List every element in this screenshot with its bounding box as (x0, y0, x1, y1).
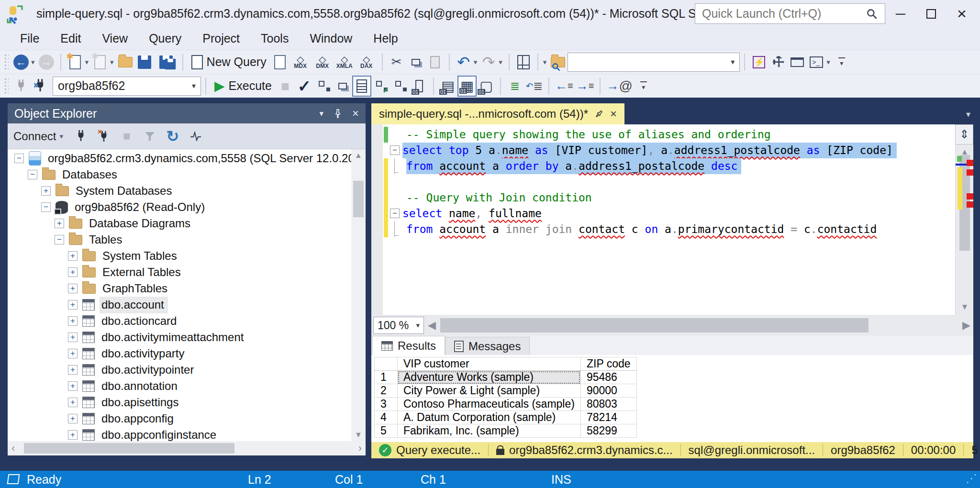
connect-dropdown[interactable]: ▾ (59, 132, 63, 141)
cancel-query-button[interactable]: ■ (276, 76, 295, 97)
command-window-button[interactable]: >_ (807, 52, 826, 73)
execute-button[interactable]: ▶ Execute (211, 76, 276, 97)
collapse-expander-icon[interactable]: − (41, 202, 51, 212)
oe-filter-button[interactable] (140, 126, 160, 146)
add-item-button[interactable]: ✱ (90, 52, 110, 73)
zip-code-cell[interactable]: 78214 (580, 411, 636, 424)
tree-item-dbo-appconfig[interactable]: +dbo.appconfig (8, 410, 351, 427)
expand-expander-icon[interactable]: + (68, 267, 78, 277)
mdx-query-button[interactable]: ◇MDX (290, 52, 312, 73)
zoom-level-combobox[interactable]: 100 % ▾ (373, 317, 424, 334)
zip-code-cell[interactable]: 90000 (580, 384, 636, 398)
expand-expander-icon[interactable]: + (68, 414, 78, 423)
oe-horizontal-scrollbar[interactable]: ‹ › (8, 441, 366, 455)
redo-button[interactable]: ↷ (479, 52, 498, 73)
zoom-combo-caret[interactable]: ▾ (416, 321, 420, 330)
row-number-cell[interactable]: 1 (375, 371, 398, 384)
menu-file[interactable]: File (10, 32, 50, 45)
client-statistics-button[interactable]: 01 (410, 76, 429, 97)
find-combobox[interactable]: ▾ (568, 53, 740, 72)
save-button[interactable] (135, 52, 154, 73)
expand-expander-icon[interactable]: + (68, 300, 78, 310)
specify-values-button[interactable]: →@ (605, 76, 634, 97)
uncomment-button[interactable]: ↶≣ (524, 76, 544, 97)
minimize-button[interactable]: ─ (885, 0, 916, 27)
tree-item-dbo-activitypointer[interactable]: +dbo.activitypointer (8, 362, 351, 378)
code-line-7[interactable]: from account a inner join contact c on a… (383, 222, 954, 237)
quick-launch-input[interactable]: Quick Launch (Ctrl+Q) (695, 3, 885, 24)
collapse-expander-icon[interactable]: − (14, 154, 24, 163)
collapse-toggle-icon[interactable]: − (390, 209, 400, 218)
oe-refresh-button[interactable]: ↻ (163, 126, 183, 146)
expand-expander-icon[interactable]: + (68, 398, 78, 407)
tab-messages[interactable]: Messages (445, 337, 530, 355)
row-number-header[interactable] (375, 357, 398, 371)
maximize-button[interactable] (916, 0, 947, 27)
oe-activity-monitor-button[interactable] (186, 126, 206, 146)
pin-icon[interactable] (593, 108, 605, 120)
command-dropdown[interactable]: ▾ (826, 58, 830, 67)
tree-item-dbo-account[interactable]: +dbo.account (8, 297, 351, 313)
undo-dropdown[interactable]: ▾ (474, 58, 478, 67)
close-button[interactable]: × (947, 0, 977, 27)
tree-item-dbo-actioncard[interactable]: +dbo.actioncard (8, 313, 351, 329)
collapse-expander-icon[interactable]: − (55, 235, 64, 244)
code-line-4[interactable] (383, 174, 954, 190)
expand-expander-icon[interactable]: + (55, 219, 64, 228)
oe-vscroll-thumb[interactable] (353, 181, 364, 217)
close-panel-icon[interactable]: × (352, 107, 359, 120)
scroll-down-icon[interactable]: ▼ (351, 431, 366, 439)
expand-expander-icon[interactable]: + (68, 333, 78, 342)
editor-hscroll-thumb[interactable] (440, 318, 869, 333)
connect-button[interactable]: Connect (13, 130, 56, 143)
tree-item-dbo-appconfiginstance[interactable]: +dbo.appconfiginstance (8, 427, 351, 441)
intellisense-button[interactable] (333, 76, 352, 97)
back-dropdown[interactable]: ▾ (31, 58, 35, 67)
row-number-cell[interactable]: 4 (375, 411, 398, 424)
code-editor[interactable]: -- Simple query showing the use of alias… (371, 124, 973, 315)
tree-item-dbo-apisettings[interactable]: +dbo.apisettings (8, 394, 351, 410)
expand-expander-icon[interactable]: + (68, 365, 78, 375)
toolbar-grip[interactable] (4, 78, 9, 95)
paste-button[interactable] (425, 52, 445, 73)
menu-window[interactable]: Window (299, 32, 363, 45)
dmx-query-button[interactable]: ◇DMX (312, 52, 334, 73)
scroll-up-icon[interactable]: ▲ (351, 151, 366, 160)
vip-customer-cell[interactable]: Contoso Pharmaceuticals (sample) (398, 398, 581, 411)
panel-menu-icon[interactable]: ▾ (319, 109, 323, 119)
cut-button[interactable]: ✂ (387, 52, 406, 73)
toolbar-overflow-button[interactable]: ▾ (832, 52, 851, 73)
tree-item-org9ba85f62-crm3-dynamics-com-5558-sql-server-12-0-2000-[interactable]: −org9ba85f62.crm3.dynamics.com,5558 (SQL… (8, 150, 351, 166)
tree-item-external-tables[interactable]: +External Tables (8, 264, 351, 280)
parse-button[interactable]: ✓ (295, 76, 314, 97)
menu-tools[interactable]: Tools (250, 32, 299, 45)
tree-item-graphtables[interactable]: +GraphTables (8, 280, 351, 297)
vip-customer-cell[interactable]: City Power & Light (sample) (398, 384, 581, 398)
scroll-right-icon[interactable]: ▶ (962, 315, 970, 336)
scroll-down-icon[interactable]: ▼ (956, 302, 973, 312)
expand-expander-icon[interactable]: + (68, 284, 78, 293)
tab-list-dropdown-icon[interactable]: ▾ (966, 109, 970, 120)
database-combo-caret[interactable]: ▾ (192, 81, 196, 90)
redo-dropdown[interactable]: ▾ (499, 58, 502, 67)
menu-edit[interactable]: Edit (50, 32, 91, 45)
include-actual-plan-button[interactable]: ✓ (371, 76, 390, 97)
results-to-grid-button[interactable]: ▦01 (457, 76, 477, 97)
editor-horizontal-scrollbar[interactable]: ◀ ▶ (424, 315, 973, 336)
zip-code-header[interactable]: ZIP code (580, 357, 636, 371)
find-in-files-button[interactable] (548, 52, 568, 73)
expand-expander-icon[interactable]: + (68, 381, 78, 391)
tree-item-dbo-activitymimeattachment[interactable]: +dbo.activitymimeattachment (8, 329, 351, 345)
scroll-left-icon[interactable]: ◀ (428, 315, 436, 336)
vip-customer-cell[interactable]: Fabrikam, Inc. (sample) (398, 424, 581, 438)
toolbar-overflow-button[interactable]: ▾ (634, 76, 653, 97)
activity-monitor-button[interactable]: ⚡ (749, 52, 768, 73)
tab-results[interactable]: Results (372, 336, 445, 355)
tree-item-system-databases[interactable]: +System Databases (8, 183, 351, 199)
scroll-right-icon[interactable]: › (358, 441, 362, 455)
new-query-button[interactable]: New Query (188, 52, 270, 73)
navigate-back-button[interactable]: ← (11, 52, 31, 73)
new-file-dropdown[interactable]: ▾ (85, 58, 89, 67)
zip-code-cell[interactable]: 58299 (580, 424, 636, 438)
results-to-file-button[interactable]: ▢01 (477, 76, 496, 97)
